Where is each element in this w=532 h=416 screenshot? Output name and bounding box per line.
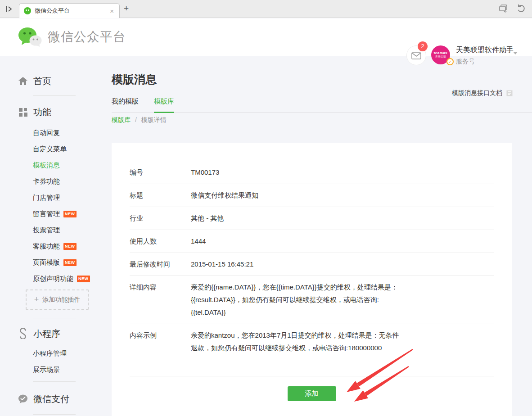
detail-row-title: 标题 微信支付维权结果通知 — [130, 184, 494, 207]
sidebar-sub-label: 投票管理 — [33, 222, 60, 238]
sidebar-sub-label: 自动回复 — [33, 125, 60, 141]
grid-icon — [18, 107, 28, 117]
sidebar-item-original-statement[interactable]: 原创声明功能NEW — [0, 271, 112, 287]
detail-row-id: 编号 TM00173 — [130, 161, 494, 184]
template-api-doc-link[interactable]: 模版消息接口文档 — [452, 89, 513, 97]
sidebar-item-auto-reply[interactable]: 自动回复 — [0, 125, 112, 141]
template-detail-card: 编号 TM00173 标题 微信支付维权结果通知 行业 其他 - 其他 使用人数… — [112, 143, 512, 416]
sidebar-divider — [33, 414, 76, 415]
new-tab-button[interactable]: + — [124, 4, 129, 13]
main-content: 模版消息 模版消息接口文档 我的模版 模版库 模版库 / 模版详情 编号 TM0… — [112, 56, 532, 416]
row-value: 微信支付维权结果通知 — [191, 189, 402, 202]
home-icon — [18, 76, 28, 86]
sidebar-sub-label: 模板消息 — [33, 157, 60, 173]
sidebar-collapse-icon[interactable] — [5, 5, 14, 14]
sidebar-sub-label: 小程序管理 — [33, 345, 67, 362]
row-label: 使用人数 — [130, 235, 191, 248]
tab-template-library[interactable]: 模版库 — [154, 97, 174, 113]
account-name: 天美联盟软件助手 — [456, 45, 514, 55]
sidebar-item-label: 小程序 — [33, 328, 60, 340]
logo-text: 微信公众平台 — [48, 28, 126, 45]
detail-row-industry: 行业 其他 - 其他 — [130, 207, 494, 230]
sidebar-nav: 首页 功能 自动回复 自定义菜单 模板消息 卡券功能 门店管理 留言管理NEW … — [0, 56, 112, 416]
page-title: 模版消息 — [112, 72, 157, 87]
document-icon — [506, 90, 513, 97]
sidebar-divider — [33, 318, 76, 318]
row-label: 内容示例 — [130, 329, 191, 354]
row-value: 其他 - 其他 — [191, 212, 402, 225]
sidebar-item-page-template[interactable]: 页面模版NEW — [0, 254, 112, 271]
sidebar-sub-label: 门店管理 — [33, 190, 60, 206]
new-badge: NEW — [77, 276, 90, 282]
template-tabs: 我的模版 模版库 — [112, 97, 532, 113]
row-label: 详细内容 — [130, 281, 191, 319]
detail-row-modified-time: 最后修改时间 2015-01-15 16:45:21 — [130, 253, 494, 276]
tab-my-templates[interactable]: 我的模版 — [112, 97, 139, 112]
sidebar-divider — [33, 381, 76, 382]
wechat-bubbles-icon — [18, 27, 42, 47]
wechat-pay-icon — [18, 394, 28, 404]
row-label: 行业 — [130, 212, 191, 225]
chevron-down-icon[interactable] — [513, 52, 518, 54]
breadcrumb-library-link[interactable]: 模版库 — [112, 116, 131, 123]
sidebar-sub-label: 客服功能 — [33, 238, 60, 254]
add-template-button[interactable]: 添加 — [288, 386, 336, 401]
miniprogram-icon — [18, 329, 28, 339]
new-badge: NEW — [63, 243, 77, 250]
sidebar-item-template-message[interactable]: 模板消息 — [0, 157, 112, 173]
tab-list-icon[interactable] — [499, 4, 509, 13]
add-plugin-label: 添加功能插件 — [42, 296, 80, 304]
sidebar-item-card-coupon[interactable]: 卡券功能 — [0, 173, 112, 190]
sidebar-item-store-management[interactable]: 门店管理 — [0, 190, 112, 206]
row-value: 2015-01-15 16:45:21 — [191, 258, 402, 271]
browser-tab-bar: 微信公众平台 × + — [0, 0, 532, 18]
sidebar-sub-label: 留言管理 — [33, 206, 60, 222]
breadcrumb-separator: / — [135, 116, 137, 123]
row-label: 标题 — [130, 189, 191, 202]
sidebar-sub-label: 卡券功能 — [33, 173, 60, 190]
sidebar-sub-label: 自定义菜单 — [33, 141, 67, 157]
browser-tab[interactable]: 微信公众平台 × — [19, 3, 120, 18]
sidebar-sub-label: 展示场景 — [33, 362, 60, 378]
avatar-text: teamax — [434, 51, 448, 55]
restore-icon[interactable] — [517, 4, 526, 13]
tab-close-icon[interactable]: × — [109, 7, 115, 15]
sidebar-divider — [33, 95, 76, 96]
doc-link-label: 模版消息接口文档 — [452, 89, 502, 97]
sidebar-item-miniprogram-management[interactable]: 小程序管理 — [0, 345, 112, 362]
sidebar-item-label: 微信支付 — [33, 393, 69, 405]
breadcrumb: 模版库 / 模版详情 — [112, 116, 167, 124]
new-badge: NEW — [63, 211, 77, 217]
sidebar-item-custom-menu[interactable]: 自定义菜单 — [0, 141, 112, 157]
notification-badge: 2 — [418, 41, 428, 51]
detail-row-user-count: 使用人数 1444 — [130, 230, 494, 253]
sidebar-item-miniprogram[interactable]: 小程序 — [0, 327, 112, 340]
sidebar-item-features[interactable]: 功能 — [0, 106, 112, 118]
wechat-favicon-icon — [24, 7, 31, 14]
sidebar-item-label: 首页 — [33, 75, 51, 87]
sidebar-sub-label: 原创声明功能 — [33, 271, 73, 287]
sidebar-item-comment-management[interactable]: 留言管理NEW — [0, 206, 112, 222]
sidebar-item-display-scene[interactable]: 展示场景 — [0, 362, 112, 378]
detail-row-content: 详细内容 亲爱的{{name.DATA}}，您在{{time.DATA}}提交的… — [130, 276, 494, 324]
row-label: 编号 — [130, 166, 191, 179]
row-value: 亲爱的{{name.DATA}}，您在{{time.DATA}}提交的维权，处理… — [191, 281, 402, 319]
wechat-logo[interactable]: 微信公众平台 — [18, 27, 126, 47]
new-badge: NEW — [63, 259, 77, 266]
row-value: 亲爱的kantzou，您在2013年7月1日提交的维权，处理结果是：无条件退款，… — [191, 329, 402, 354]
sidebar-item-wechat-pay[interactable]: 微信支付 — [0, 393, 112, 405]
app-header: 微信公众平台 2 teamax 天美联盟 ✓ 天美联盟软件助手 服务号 — [0, 18, 532, 56]
breadcrumb-current: 模版详情 — [141, 116, 167, 123]
row-value: TM00173 — [191, 166, 402, 179]
browser-tab-title: 微信公众平台 — [35, 7, 105, 15]
add-plugin-button[interactable]: + 添加功能插件 — [26, 289, 89, 310]
sidebar-item-vote-management[interactable]: 投票管理 — [0, 222, 112, 238]
sidebar-item-home[interactable]: 首页 — [0, 75, 112, 87]
row-label: 最后修改时间 — [130, 258, 191, 271]
sidebar-sub-label: 页面模版 — [33, 254, 60, 271]
detail-row-example: 内容示例 亲爱的kantzou，您在2013年7月1日提交的维权，处理结果是：无… — [130, 324, 494, 376]
sidebar-item-label: 功能 — [33, 106, 51, 118]
sidebar-item-customer-service[interactable]: 客服功能NEW — [0, 238, 112, 254]
row-value: 1444 — [191, 235, 402, 248]
plus-icon: + — [34, 295, 39, 304]
